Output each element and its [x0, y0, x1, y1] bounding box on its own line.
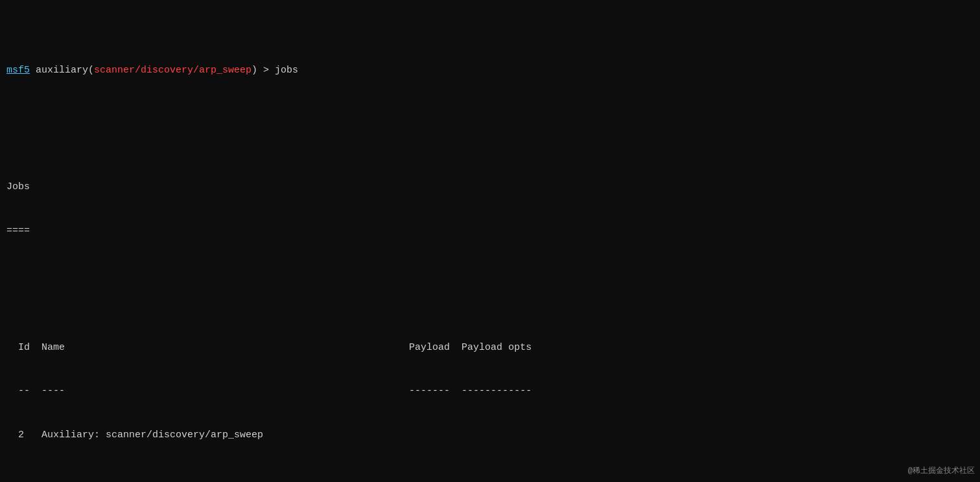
table-header: Id Name Payload Payload opts: [6, 341, 974, 356]
jobs-separator: ====: [6, 224, 974, 239]
terminal-window: msf5 auxiliary(scanner/discovery/arp_swe…: [6, 5, 974, 482]
blank-2: [6, 282, 974, 297]
prompt-text-1: auxiliary(: [30, 65, 94, 76]
table-divider: -- ---- ------- ------------: [6, 384, 974, 399]
watermark: @稀土掘金技术社区: [908, 465, 975, 477]
jobs-header: Jobs: [6, 180, 974, 195]
prompt-text-2: ) > jobs: [251, 65, 298, 76]
table-row-1: 2 Auxiliary: scanner/discovery/arp_sweep: [6, 428, 974, 443]
prompt-msf5-1: msf5: [6, 65, 30, 76]
terminal-line-1: msf5 auxiliary(scanner/discovery/arp_swe…: [6, 63, 974, 78]
blank-1: [6, 122, 974, 137]
prompt-module-1: scanner/discovery/arp_sweep: [94, 65, 251, 76]
